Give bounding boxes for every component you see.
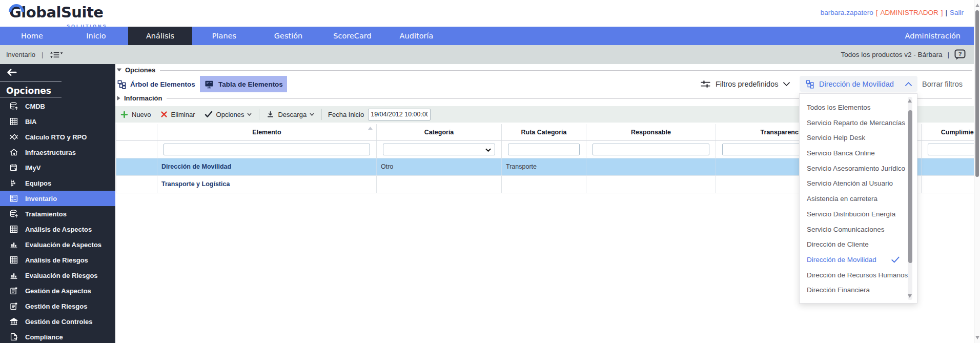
cell-elemento[interactable]: Transporte y Logística bbox=[157, 176, 377, 193]
delete-x-icon[interactable] bbox=[160, 111, 168, 118]
nav-item-scorecard[interactable]: ScoreCard bbox=[320, 27, 384, 45]
breadcrumb: Inventario | bbox=[6, 45, 63, 64]
section-rule bbox=[160, 70, 972, 71]
sidebar-item-gestion-aspectos[interactable]: Gestión de Aspectos bbox=[0, 283, 115, 298]
tab-arbol-elementos[interactable]: Árbol de Elementos bbox=[117, 76, 195, 92]
column-header-responsable[interactable]: Responsable bbox=[586, 124, 716, 140]
dropdown-option[interactable]: Dirección de Recursos Humanos bbox=[800, 268, 917, 283]
sidebar-item-gestion-controles[interactable]: Gestión de Controles bbox=[0, 314, 115, 329]
column-header-elemento[interactable]: Elemento bbox=[157, 124, 377, 140]
scroll-down-arrow-icon[interactable] bbox=[975, 336, 979, 339]
sidebar: Opciones CMDB BIA Cálculo RTO y RPO bbox=[0, 64, 115, 343]
sort-list-icon[interactable] bbox=[49, 51, 63, 59]
filter-select-categoria[interactable] bbox=[383, 144, 495, 155]
dropdown-option[interactable]: Servicio Asesoramiento Jurídico bbox=[800, 161, 917, 176]
tab-tabla-elementos[interactable]: Tabla de Elementos bbox=[200, 76, 287, 92]
sidebar-item-equipos[interactable]: Equipos bbox=[0, 175, 115, 191]
scroll-down-arrow-icon[interactable] bbox=[908, 294, 912, 298]
download-icon[interactable] bbox=[267, 110, 274, 118]
row-selector-cell[interactable] bbox=[116, 176, 157, 193]
nav-item-gestion[interactable]: Gestión bbox=[256, 27, 320, 45]
scroll-up-arrow-icon[interactable] bbox=[908, 99, 912, 103]
triangle-right-icon[interactable] bbox=[117, 96, 120, 100]
row-selector-cell[interactable] bbox=[116, 158, 157, 175]
clear-filters-button[interactable]: Borrar filtros bbox=[922, 80, 963, 88]
chevron-down-icon bbox=[783, 82, 790, 86]
dropdown-option[interactable]: Servicio Comunicaciones bbox=[800, 222, 917, 237]
sidebar-item-label: IMyV bbox=[25, 164, 40, 172]
nav-item-home[interactable]: Home bbox=[0, 27, 64, 45]
sidebar-item-bia[interactable]: BIA bbox=[0, 114, 115, 129]
caret-down-icon[interactable] bbox=[310, 113, 314, 116]
dropdown-option[interactable]: Dirección de Cliente bbox=[800, 237, 917, 252]
sidebar-item-calculo-rto-rpo[interactable]: Cálculo RTO y RPO bbox=[0, 129, 115, 145]
sidebar-item-imyv[interactable]: IMyV bbox=[0, 160, 115, 175]
globalsuite-logo[interactable]: GlobalSuite SOLUTIONS bbox=[9, 3, 122, 26]
nav-item-inicio[interactable]: Inicio bbox=[64, 27, 128, 45]
sidebar-item-analisis-riesgos[interactable]: Análisis de Riesgos bbox=[0, 252, 115, 268]
filter-input-responsable[interactable] bbox=[593, 144, 709, 155]
dropdown-option[interactable]: Servicio Banca Online bbox=[800, 146, 917, 161]
filter-input-ruta-categoria[interactable] bbox=[508, 144, 580, 155]
sidebar-item-cmdb[interactable]: CMDB bbox=[0, 98, 115, 114]
collapse-sidebar-button[interactable] bbox=[6, 68, 17, 77]
delete-button[interactable]: Eliminar bbox=[171, 111, 195, 118]
start-date-input[interactable] bbox=[368, 109, 431, 120]
dropdown-scrollbar-thumb[interactable] bbox=[908, 110, 912, 263]
database-upload-icon bbox=[9, 102, 18, 111]
sidebar-item-infraestructuras[interactable]: Infraestructuras bbox=[0, 145, 115, 160]
dropdown-option[interactable]: Servicio Help Desk bbox=[800, 130, 917, 146]
breadcrumb-bar: Inventario | Todos los productos v2 - Bá… bbox=[0, 45, 980, 64]
options-section-header: Opciones bbox=[117, 66, 972, 74]
column-header-categoria[interactable]: Categoría bbox=[377, 124, 502, 140]
sidebar-item-label: Análisis de Riesgos bbox=[25, 256, 88, 264]
dropdown-option-clipped[interactable]: Dirección de bbox=[800, 298, 917, 304]
column-header-ruta-categoria[interactable]: Ruta Categoría bbox=[502, 124, 586, 140]
sidebar-item-tratamientos[interactable]: Tratamientos bbox=[0, 206, 115, 221]
page-scrollbar[interactable] bbox=[974, 0, 980, 343]
logout-link[interactable]: Salir bbox=[950, 9, 964, 16]
dropdown-option[interactable]: Servicio Reparto de Mercancías bbox=[800, 115, 917, 131]
help-icon[interactable]: ? bbox=[954, 49, 966, 60]
nav-item-analisis[interactable]: Análisis bbox=[128, 27, 192, 45]
dropdown-option[interactable]: Todos los Elementos bbox=[800, 100, 917, 115]
sidebar-item-compliance[interactable]: Compliance bbox=[0, 329, 115, 343]
nav-item-auditoria[interactable]: Auditoría bbox=[384, 27, 448, 45]
nav-item-planes[interactable]: Planes bbox=[192, 27, 256, 45]
dropdown-option[interactable]: Servicio Atención al Usuario bbox=[800, 176, 917, 191]
sidebar-item-gestion-riesgos[interactable]: Gestión de Riesgos bbox=[0, 298, 115, 314]
selector-column-header bbox=[116, 124, 157, 140]
column-header-cumplimiento[interactable]: Cumplimiento bbox=[922, 124, 980, 140]
dropdown-option[interactable]: Dirección Financiera bbox=[800, 283, 917, 298]
sidebar-item-analisis-aspectos[interactable]: Análisis de Aspectos bbox=[0, 221, 115, 237]
sidebar-item-label: Gestión de Riesgos bbox=[25, 302, 87, 310]
check-icon[interactable] bbox=[205, 111, 213, 118]
nav-item-administracion[interactable]: Administración bbox=[905, 27, 961, 45]
caret-down-icon[interactable] bbox=[247, 113, 252, 116]
sidebar-item-label: Tratamientos bbox=[25, 210, 67, 218]
dropdown-scrollbar[interactable] bbox=[908, 97, 912, 300]
sidebar-item-evaluacion-riesgos[interactable]: Evaluación de Riesgos bbox=[0, 268, 115, 283]
dropdown-option[interactable]: Servicio Distribución Energía bbox=[800, 207, 917, 222]
toolbar-divider bbox=[259, 109, 259, 120]
cell-elemento[interactable]: Dirección de Movilidad bbox=[157, 158, 377, 175]
sort-asc-icon[interactable] bbox=[368, 127, 373, 130]
new-button[interactable]: Nuevo bbox=[132, 111, 151, 118]
filter-input-cumplimiento[interactable] bbox=[928, 144, 980, 155]
sidebar-item-inventario[interactable]: Inventario bbox=[0, 191, 115, 206]
dropdown-option-selected[interactable]: Dirección de Movilidad bbox=[800, 252, 917, 268]
predefined-filters-button[interactable]: Filtros predefinidos bbox=[700, 77, 790, 91]
active-filter-dropdown-button[interactable]: Dirección de Movilidad bbox=[800, 76, 917, 92]
dropdown-option[interactable]: Asistencia en carretera bbox=[800, 191, 917, 207]
triangle-down-icon[interactable] bbox=[117, 68, 121, 72]
sidebar-item-evaluacion-aspectos[interactable]: Evaluación de Aspectos bbox=[0, 237, 115, 252]
plus-icon[interactable] bbox=[120, 111, 128, 118]
options-menu-button[interactable]: Opciones bbox=[216, 111, 244, 118]
cell-cumplimiento bbox=[922, 176, 980, 193]
scroll-up-arrow-icon[interactable] bbox=[975, 4, 979, 7]
filter-input-elemento[interactable] bbox=[164, 144, 370, 155]
username-link[interactable]: barbara.zapatero bbox=[821, 9, 873, 16]
sidebar-item-label: Evaluación de Riesgos bbox=[25, 272, 98, 279]
download-button[interactable]: Descarga bbox=[278, 111, 307, 118]
page-scrollbar-thumb[interactable] bbox=[975, 10, 979, 177]
